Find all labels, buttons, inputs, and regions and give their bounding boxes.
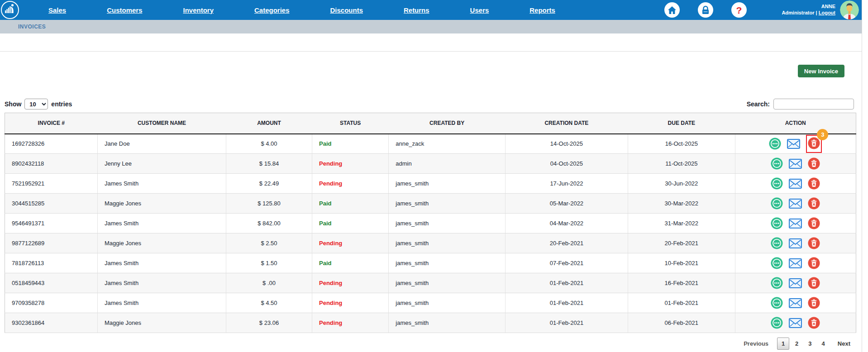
trash-icon [808, 184, 820, 191]
avatar[interactable] [840, 0, 859, 19]
ellipsis-circle-icon [771, 184, 783, 191]
action-cell [735, 154, 856, 174]
pagination-page-1[interactable]: 1 [777, 338, 789, 350]
invoice-number-cell: 1692728326 [5, 134, 98, 154]
delete-invoice-button[interactable] [808, 317, 820, 329]
header-created-by[interactable]: CREATED BY [389, 113, 506, 134]
delete-invoice-button[interactable] [808, 237, 820, 249]
customer-name-cell: James Smith [98, 214, 226, 233]
view-invoice-button[interactable] [771, 297, 783, 309]
view-invoice-button[interactable] [769, 138, 781, 150]
logout-link[interactable]: Logout [819, 10, 835, 15]
action-cell [735, 273, 856, 293]
created-by-cell: james_smith [389, 253, 506, 273]
email-invoice-button[interactable] [789, 278, 802, 288]
trash-icon [808, 244, 820, 251]
status-cell: Paid [312, 194, 389, 214]
amount-cell: $ 1.50 [226, 253, 312, 273]
header-creation-date[interactable]: CREATION DATE [505, 113, 628, 134]
ellipsis-circle-icon [771, 204, 783, 211]
due-date-cell: 16-Feb-2021 [628, 273, 735, 293]
nav-item-reports[interactable]: Reports [529, 6, 555, 14]
creation-date-cell: 20-Feb-2021 [505, 233, 628, 253]
nav-item-customers[interactable]: Customers [107, 6, 142, 14]
header-status[interactable]: STATUS [312, 113, 389, 134]
amount-cell: $ 4.50 [226, 293, 312, 313]
header-customer-name[interactable]: CUSTOMER NAME [98, 113, 226, 134]
creation-date-cell: 04-Mar-2022 [505, 214, 628, 233]
pagination-page-4[interactable]: 4 [818, 340, 829, 347]
due-date-cell: 01-Feb-2021 [628, 293, 735, 313]
delete-invoice-button[interactable] [808, 277, 820, 289]
page-size-select[interactable]: 10 [24, 99, 48, 109]
top-navbar: Sales Customers Inventory Categories Dis… [0, 0, 862, 20]
invoice-number-cell: 8902432118 [5, 154, 98, 174]
nav-item-users[interactable]: Users [470, 6, 489, 14]
invoice-number-cell: 9302361864 [5, 313, 98, 333]
header-amount[interactable]: AMOUNT [226, 113, 312, 134]
email-invoice-button[interactable] [789, 159, 802, 169]
help-icon[interactable]: ? [731, 2, 747, 18]
envelope-icon [789, 223, 802, 230]
delete-invoice-button[interactable] [808, 157, 820, 170]
email-invoice-button[interactable] [789, 318, 802, 328]
customer-name-cell: James Smith [98, 253, 226, 273]
email-invoice-button[interactable] [787, 139, 800, 149]
delete-invoice-button[interactable]: 3 [806, 135, 822, 153]
delete-invoice-button[interactable] [808, 297, 820, 309]
customer-name-cell: Jenny Lee [98, 154, 226, 174]
nav-item-sales[interactable]: Sales [48, 6, 66, 14]
email-invoice-button[interactable] [789, 179, 802, 189]
ellipsis-circle-icon [771, 323, 783, 330]
view-invoice-button[interactable] [771, 257, 783, 269]
view-invoice-button[interactable] [771, 277, 783, 289]
amount-cell: $ 842.00 [226, 214, 312, 233]
status-badge: Pending [319, 180, 342, 187]
search-input[interactable] [773, 99, 854, 109]
status-cell: Pending [312, 293, 389, 313]
view-invoice-button[interactable] [771, 157, 783, 170]
delete-invoice-button[interactable] [808, 217, 820, 229]
status-badge: Pending [319, 300, 342, 306]
status-cell: Pending [312, 154, 389, 174]
page: Sales Customers Inventory Categories Dis… [0, 0, 862, 352]
header-due-date[interactable]: DUE DATE [628, 113, 735, 134]
email-invoice-button[interactable] [789, 258, 802, 268]
email-invoice-button[interactable] [789, 298, 802, 308]
delete-invoice-button[interactable] [808, 257, 820, 269]
pagination-page-2[interactable]: 2 [791, 340, 802, 347]
status-badge: Paid [319, 220, 331, 227]
pagination-page-3[interactable]: 3 [804, 340, 816, 347]
nav-item-categories[interactable]: Categories [254, 6, 290, 14]
status-cell: Paid [312, 214, 389, 233]
email-invoice-button[interactable] [789, 199, 802, 209]
table-header-row: INVOICE # CUSTOMER NAME AMOUNT STATUS CR… [5, 113, 856, 134]
delete-invoice-button[interactable] [808, 197, 820, 209]
trash-icon [808, 164, 820, 171]
view-invoice-button[interactable] [771, 217, 783, 229]
amount-cell: $ 2.50 [226, 233, 312, 253]
email-invoice-button[interactable] [789, 238, 802, 248]
delete-invoice-button[interactable] [808, 177, 820, 190]
email-invoice-button[interactable] [789, 219, 802, 228]
new-invoice-button[interactable]: New Invoice [798, 65, 844, 77]
nav-item-inventory[interactable]: Inventory [183, 6, 214, 14]
search-label: Search: [747, 100, 770, 108]
created-by-cell: james_smith [389, 214, 506, 233]
home-icon[interactable] [664, 2, 680, 18]
due-date-cell: 30-Jun-2022 [628, 174, 735, 194]
pagination-next[interactable]: Next [834, 340, 854, 347]
status-badge: Paid [319, 260, 331, 266]
nav-item-returns[interactable]: Returns [404, 6, 429, 14]
amount-cell: $ 15.84 [226, 154, 312, 174]
nav-item-discounts[interactable]: Discounts [330, 6, 363, 14]
pagination-previous[interactable]: Previous [739, 340, 773, 347]
view-invoice-button[interactable] [771, 177, 783, 190]
header-invoice-number[interactable]: INVOICE # [5, 113, 98, 134]
app-logo[interactable] [1, 1, 19, 19]
view-invoice-button[interactable] [771, 237, 783, 249]
logo-bars-person-icon [4, 3, 16, 17]
lock-icon[interactable] [698, 2, 713, 18]
view-invoice-button[interactable] [771, 317, 783, 329]
view-invoice-button[interactable] [771, 197, 783, 209]
